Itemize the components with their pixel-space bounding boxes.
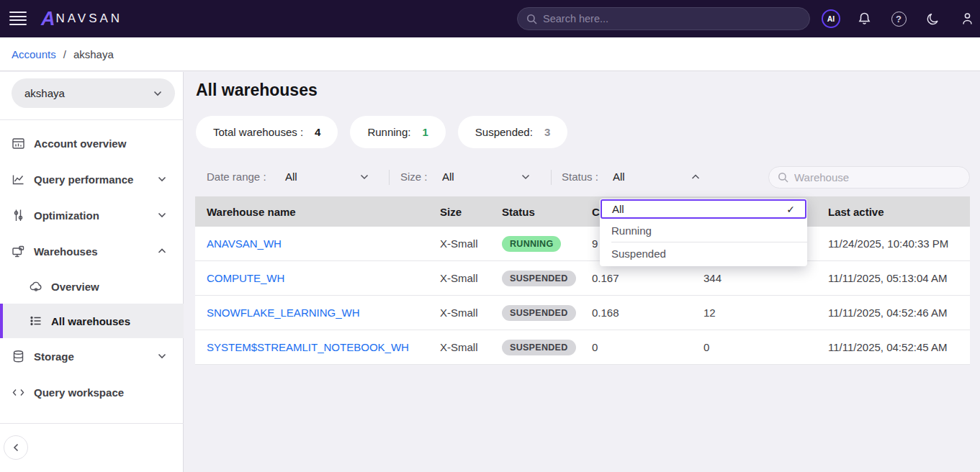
cell-credits: 0.167 [592, 272, 703, 284]
filter-bar: Date range : All Size : All Status : All [196, 164, 765, 191]
chevron-down-icon [158, 212, 166, 218]
warehouse-name-link[interactable]: SNOWFLAKE_LEARNING_WH [207, 307, 360, 319]
filter-value: All [442, 171, 454, 183]
filter-label: Status : [562, 171, 598, 183]
filter-label: Date range : [207, 171, 266, 183]
sidebar: akshaya Account overview Query performan… [0, 72, 184, 472]
filter-value: All [613, 171, 625, 183]
account-overview-icon [12, 137, 25, 150]
status-option-suspended[interactable]: Suspended [600, 242, 807, 265]
chevron-down-icon [158, 353, 166, 359]
sidebar-item-label: Overview [51, 281, 99, 293]
breadcrumb-accounts-link[interactable]: Accounts [12, 48, 56, 60]
warehouse-search[interactable] [768, 166, 970, 189]
filter-divider [389, 170, 390, 185]
cell-credits: 0 [592, 341, 703, 353]
sidebar-collapse-button[interactable] [4, 435, 28, 460]
sidebar-item-account-overview[interactable]: Account overview [0, 125, 184, 161]
sidebar-item-query-workspace[interactable]: Query workspace [0, 374, 184, 410]
sidebar-subitem-all-warehouses[interactable]: All warehouses [0, 304, 184, 338]
stat-suspended: Suspended: 3 [458, 116, 567, 148]
sidebar-item-storage[interactable]: Storage [0, 338, 184, 374]
column-last-active: Last active [828, 206, 970, 218]
filter-divider [551, 170, 552, 185]
stat-label: Running: [367, 126, 410, 138]
filter-label: Size : [400, 171, 428, 183]
cell-queries: 0 [703, 341, 828, 353]
size-filter[interactable]: Size : All [400, 164, 533, 191]
warehouse-name-link[interactable]: SYSTEM$STREAMLIT_NOTEBOOK_WH [207, 341, 409, 353]
stat-value: 1 [422, 126, 428, 138]
table-row: COMPUTE_WH X-Small SUSPENDED 0.167 344 1… [195, 261, 970, 296]
chevron-down-icon [521, 174, 530, 180]
warehouses-table: Warehouse name Size Status C Last active… [195, 196, 970, 365]
status-badge: SUSPENDED [502, 271, 576, 286]
cell-queries: 12 [703, 307, 828, 319]
help-icon[interactable]: ? [889, 9, 908, 28]
check-icon: ✓ [786, 204, 795, 215]
list-icon [30, 314, 42, 327]
code-icon [12, 386, 25, 399]
column-status: Status [502, 206, 592, 218]
sidebar-item-optimization[interactable]: Optimization [0, 197, 184, 233]
search-icon [778, 172, 788, 183]
sidebar-subitem-overview[interactable]: Overview [0, 269, 184, 304]
stat-label: Suspended: [475, 126, 533, 138]
date-range-filter[interactable]: Date range : All [207, 164, 372, 191]
dark-mode-moon-icon[interactable] [923, 9, 942, 28]
chevron-left-icon [13, 443, 19, 452]
cell-size: X-Small [440, 307, 502, 319]
status-dropdown-menu: All ✓ Running Suspended [600, 199, 807, 266]
hamburger-menu-icon[interactable] [9, 12, 27, 25]
status-filter[interactable]: Status : All [562, 164, 703, 191]
storage-database-icon [12, 350, 25, 363]
status-option-running[interactable]: Running [600, 219, 807, 242]
sidebar-divider [0, 119, 184, 120]
chevron-down-icon [360, 174, 369, 180]
status-badge: SUSPENDED [502, 340, 576, 355]
logo-text: NAVSAN [56, 12, 123, 26]
warehouse-search-input[interactable] [794, 171, 961, 183]
sidebar-item-warehouses[interactable]: Warehouses [0, 233, 184, 269]
cell-last-active: 11/11/2025, 05:13:04 AM [828, 272, 970, 284]
sidebar-item-label: Query performance [34, 173, 149, 186]
sidebar-item-query-performance[interactable]: Query performance [0, 161, 184, 197]
status-badge: SUSPENDED [502, 305, 576, 321]
account-selector-dropdown[interactable]: akshaya [12, 78, 175, 108]
warehouses-icon [12, 245, 25, 258]
sidebar-item-label: Query workspace [34, 386, 184, 399]
warehouse-name-link[interactable]: COMPUTE_WH [207, 272, 284, 284]
user-profile-icon[interactable] [958, 9, 976, 28]
chevron-down-icon [153, 91, 162, 96]
global-search[interactable] [517, 7, 810, 30]
column-warehouse-name: Warehouse name [207, 206, 440, 218]
warehouse-name-link[interactable]: ANAVSAN_WH [207, 237, 282, 250]
search-icon [526, 14, 537, 24]
cell-size: X-Small [440, 272, 502, 284]
table-header-row: Warehouse name Size Status C Last active [195, 196, 970, 227]
breadcrumb: Accounts / akshaya [12, 37, 114, 71]
option-label: All [612, 203, 624, 215]
notifications-bell-icon[interactable] [855, 9, 873, 28]
sidebar-item-label: Warehouses [34, 245, 149, 258]
cell-queries: 344 [703, 272, 828, 284]
table-row: SYSTEM$STREAMLIT_NOTEBOOK_WH X-Small SUS… [195, 330, 970, 365]
table-row: ANAVSAN_WH X-Small RUNNING 9 11/24/2025,… [195, 227, 970, 261]
sidebar-item-label: Storage [34, 350, 149, 363]
stat-value: 4 [315, 126, 320, 138]
app-root: A NAVSAN AI ? Accounts / akshaya ak [0, 0, 980, 472]
status-option-all[interactable]: All ✓ [601, 199, 806, 219]
global-search-input[interactable] [543, 13, 801, 24]
breadcrumb-current: akshaya [73, 48, 114, 60]
account-selector-value: akshaya [24, 87, 153, 99]
ai-assistant-icon[interactable]: AI [822, 9, 840, 28]
logo-accent-letter: A [41, 9, 55, 29]
cell-last-active: 11/24/2025, 10:40:33 PM [828, 237, 970, 250]
chevron-up-icon [158, 248, 166, 254]
chevron-up-icon [691, 174, 700, 180]
cell-last-active: 11/11/2025, 04:52:45 AM [828, 341, 970, 353]
overview-cloud-icon [30, 280, 42, 293]
stat-label: Total warehouses : [213, 126, 303, 138]
breadcrumb-bar: Accounts / akshaya [0, 37, 980, 71]
cell-size: X-Small [440, 341, 502, 353]
